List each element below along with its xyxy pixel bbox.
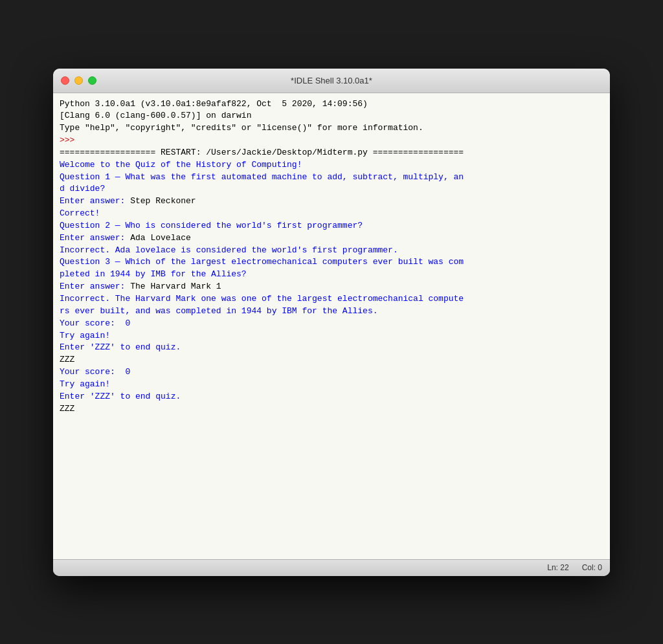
type-help-line: Type "help", "copyright", "credits" or "… <box>60 123 423 133</box>
zzz2-line: ZZZ <box>60 404 74 414</box>
clang-line: [Clang 6.0 (clang-600.0.57)] on darwin <box>60 111 251 120</box>
incorrect3-line: Incorrect. The Harvard Mark one was one … <box>60 294 464 304</box>
python-version-line: Python 3.10.0a1 (v3.10.0a1:8e9afaf822, O… <box>60 99 368 109</box>
shell-content[interactable]: Python 3.10.0a1 (v3.10.0a1:8e9afaf822, O… <box>53 93 610 559</box>
welcome-line: Welcome to the Quiz of the History of Co… <box>60 160 302 170</box>
correct1-line: Correct! <box>60 208 100 218</box>
answer3-line: Enter answer: The Harvard Mark 1 <box>60 282 221 291</box>
score1-line: Your score: 0 <box>60 318 130 328</box>
idle-window: *IDLE Shell 3.10.0a1* Python 3.10.0a1 (v… <box>53 69 610 576</box>
question1-line: Question 1 — What was the first automate… <box>60 172 464 182</box>
zzz1-line: ZZZ <box>60 355 74 364</box>
close-button[interactable] <box>61 76 69 85</box>
answer2-line: Enter answer: Ada Lovelace <box>60 233 191 243</box>
maximize-button[interactable] <box>88 76 96 85</box>
traffic-lights <box>61 76 96 85</box>
try-again2-line: Try again! <box>60 379 110 389</box>
question1-line-cont: d divide? <box>60 184 105 194</box>
question3-line: Question 3 — Which of the largest electr… <box>60 257 464 267</box>
question3-line-cont: pleted in 1944 by IMB for the Allies? <box>60 269 247 279</box>
window-title: *IDLE Shell 3.10.0a1* <box>291 76 372 85</box>
ln-status: Ln: 22 <box>547 563 568 572</box>
statusbar: Ln: 22 Col: 0 <box>53 559 610 576</box>
score2-line: Your score: 0 <box>60 367 130 377</box>
question2-line: Question 2 — Who is considered the world… <box>60 221 363 230</box>
answer1-line: Enter answer: Step Reckoner <box>60 196 196 206</box>
enter-zzz2-line: Enter 'ZZZ' to end quiz. <box>60 392 181 401</box>
minimize-button[interactable] <box>74 76 83 85</box>
incorrect2-line: Incorrect. Ada lovelace is considered th… <box>60 245 398 255</box>
restart-line: =================== RESTART: /Users/Jack… <box>60 148 464 157</box>
titlebar: *IDLE Shell 3.10.0a1* <box>53 69 610 93</box>
incorrect3-line-cont: rs ever built, and was completed in 1944… <box>60 306 377 316</box>
try-again1-line: Try again! <box>60 331 110 340</box>
col-status: Col: 0 <box>582 563 602 572</box>
prompt-line: >>> <box>60 135 80 145</box>
enter-zzz1-line: Enter 'ZZZ' to end quiz. <box>60 342 181 352</box>
